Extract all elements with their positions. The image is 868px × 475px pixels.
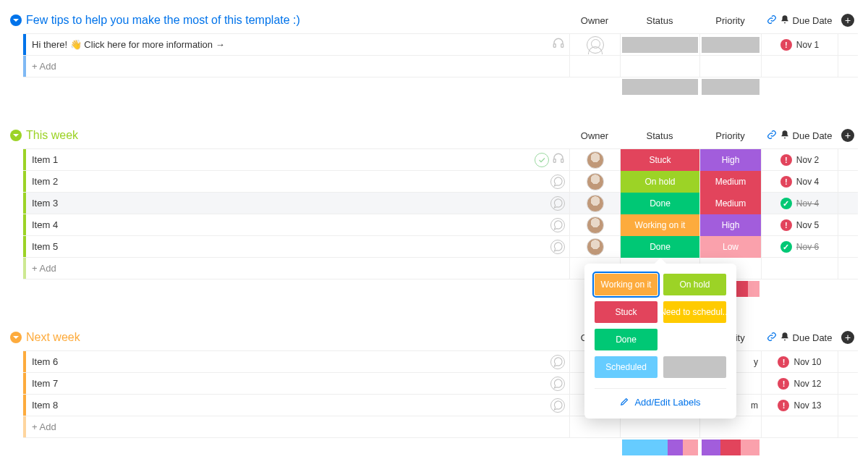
priority-cell[interactable]: High xyxy=(699,149,761,171)
item-name[interactable]: Item 3 xyxy=(26,193,550,214)
column-header-priority[interactable]: Priority xyxy=(699,122,761,148)
svg-rect-0 xyxy=(553,44,556,48)
row-color-bar xyxy=(23,258,26,279)
column-header-duedate[interactable]: Due Date xyxy=(761,122,838,148)
warning-icon: ! xyxy=(780,219,792,231)
table-row[interactable]: Item 1StuckHigh ! Nov 2 xyxy=(23,149,858,171)
item-name[interactable]: Item 4 xyxy=(26,214,550,235)
due-date-cell[interactable]: ! Nov 13 xyxy=(761,395,838,416)
warning-icon: ! xyxy=(780,39,792,51)
warning-icon: ! xyxy=(780,176,792,188)
status-option[interactable]: Done xyxy=(595,329,658,350)
item-name[interactable]: Hi there! 👋 Click here for more informat… xyxy=(26,34,552,55)
row-end-cell xyxy=(838,171,858,193)
table-row[interactable]: Item 2On holdMedium ! Nov 4 xyxy=(23,171,858,193)
item-name[interactable]: Item 5 xyxy=(26,236,550,257)
item-name[interactable]: Item 8 xyxy=(26,395,550,416)
column-header-status[interactable]: Status xyxy=(620,122,699,148)
table-row[interactable]: Item 3DoneMedium ✓ Nov 4 xyxy=(23,193,858,214)
comment-icon[interactable] xyxy=(550,355,565,369)
collapse-icon[interactable] xyxy=(10,332,22,343)
group-title[interactable]: This week xyxy=(26,129,78,142)
row-end-cell xyxy=(838,149,858,171)
comment-icon[interactable] xyxy=(550,398,565,413)
due-date-cell[interactable]: ! Nov 12 xyxy=(761,373,838,395)
column-header-owner[interactable]: Owner xyxy=(569,122,620,148)
owner-cell[interactable] xyxy=(569,214,620,236)
owner-cell[interactable] xyxy=(569,236,620,258)
bell-icon xyxy=(780,14,790,27)
status-popover: Working on itOn holdStuckNeed to schedul… xyxy=(584,264,736,419)
link-icon xyxy=(767,130,777,142)
row-icons xyxy=(550,351,569,372)
comment-icon[interactable] xyxy=(550,240,565,254)
row-end-cell xyxy=(838,373,858,395)
row-icons xyxy=(550,373,569,394)
status-option[interactable]: Scheduled xyxy=(595,356,658,378)
comment-icon[interactable] xyxy=(550,196,565,211)
status-option[interactable]: Need to schedul... xyxy=(663,301,726,323)
due-date-cell[interactable]: ! Nov 1 xyxy=(761,34,838,56)
column-header-duedate[interactable]: Due Date xyxy=(761,7,838,33)
add-column-button[interactable]: + xyxy=(838,7,858,33)
status-option[interactable]: Stuck xyxy=(595,301,658,323)
status-cell[interactable]: Stuck xyxy=(620,149,699,171)
column-header-priority[interactable]: Priority xyxy=(699,7,761,33)
priority-cell[interactable]: High xyxy=(699,214,761,236)
owner-cell[interactable] xyxy=(569,171,620,193)
comment-icon[interactable] xyxy=(550,218,565,232)
priority-summary-bar xyxy=(702,440,760,455)
collapse-icon[interactable] xyxy=(10,130,22,141)
row-end-cell xyxy=(838,351,858,373)
table-row[interactable]: Hi there! 👋 Click here for more informat… xyxy=(23,34,858,56)
group-title[interactable]: Few tips to help you make the most of th… xyxy=(26,14,300,27)
comment-icon[interactable] xyxy=(550,377,565,391)
owner-cell[interactable] xyxy=(569,34,620,56)
due-date-cell[interactable]: ! Nov 10 xyxy=(761,351,838,373)
column-header-duedate[interactable]: Due Date xyxy=(761,324,838,350)
item-name[interactable]: Item 2 xyxy=(26,171,550,192)
due-date-cell[interactable]: ✓ Nov 4 xyxy=(761,193,838,214)
priority-cell[interactable] xyxy=(699,34,761,56)
add-item-row[interactable]: + Add xyxy=(23,416,858,438)
column-header-status[interactable]: Status xyxy=(620,7,699,33)
add-edit-labels-button[interactable]: Add/Edit Labels xyxy=(595,388,726,408)
item-name[interactable]: Item 1 xyxy=(26,149,535,170)
status-cell[interactable] xyxy=(620,34,699,56)
status-option[interactable]: On hold xyxy=(663,274,726,295)
status-option[interactable] xyxy=(663,356,726,378)
warning-icon: ! xyxy=(780,154,792,166)
due-date-cell[interactable]: ! Nov 5 xyxy=(761,214,838,236)
check-circle-icon xyxy=(535,153,549,167)
link-icon xyxy=(767,14,777,27)
priority-cell[interactable]: Medium xyxy=(699,193,761,214)
avatar xyxy=(587,195,604,212)
due-date-cell[interactable]: ! Nov 4 xyxy=(761,171,838,193)
status-cell[interactable]: Done Working on itOn holdStuckNeed to sc… xyxy=(620,236,699,258)
table-row[interactable]: Item 4Working on itHigh ! Nov 5 xyxy=(23,214,858,236)
due-date-cell[interactable]: ! Nov 2 xyxy=(761,149,838,171)
comment-icon[interactable] xyxy=(550,175,565,189)
owner-cell[interactable] xyxy=(569,149,620,171)
item-name[interactable]: Item 7 xyxy=(26,373,550,394)
status-cell[interactable]: Done xyxy=(620,193,699,214)
add-column-button[interactable]: + xyxy=(838,324,858,350)
priority-cell[interactable]: Medium xyxy=(699,171,761,193)
add-column-button[interactable]: + xyxy=(838,122,858,148)
table-row[interactable]: Item 5Done Working on itOn holdStuckNeed… xyxy=(23,236,858,258)
svg-rect-1 xyxy=(561,44,563,48)
owner-cell[interactable] xyxy=(569,193,620,214)
priority-cell[interactable]: Low xyxy=(699,236,761,258)
column-header-owner[interactable]: Owner xyxy=(569,7,620,33)
due-date-cell[interactable]: ✓ Nov 6 xyxy=(761,236,838,258)
status-option[interactable]: Working on it xyxy=(595,274,658,295)
collapse-icon[interactable] xyxy=(10,14,22,26)
warning-icon: ! xyxy=(778,378,789,390)
add-item-row[interactable]: + Add xyxy=(23,56,858,77)
group-title[interactable]: Next week xyxy=(26,331,80,344)
item-name[interactable]: Item 6 xyxy=(26,351,550,372)
status-cell[interactable]: Working on it xyxy=(620,214,699,236)
status-cell[interactable]: On hold xyxy=(620,171,699,193)
priority-summary-bar xyxy=(702,79,760,95)
row-color-bar xyxy=(23,416,26,437)
